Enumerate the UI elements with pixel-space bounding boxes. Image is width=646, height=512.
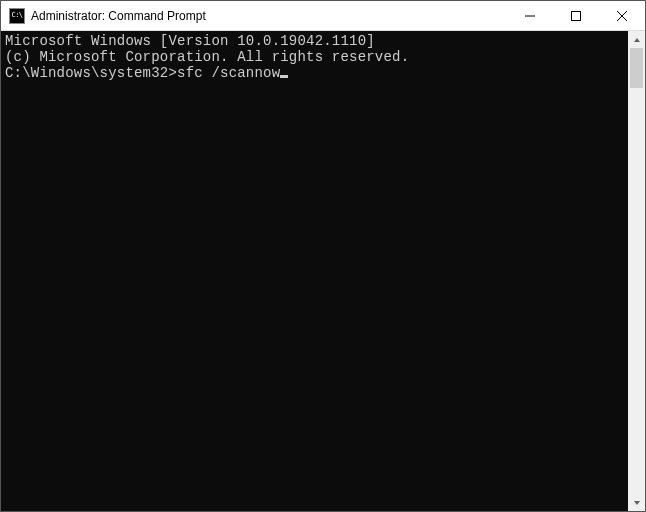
window-title: Administrator: Command Prompt xyxy=(31,9,206,23)
terminal-output[interactable]: Microsoft Windows [Version 10.0.19042.11… xyxy=(1,31,628,511)
chevron-down-icon xyxy=(633,499,641,507)
scroll-down-button[interactable] xyxy=(628,494,645,511)
minimize-button[interactable] xyxy=(507,1,553,30)
svg-rect-1 xyxy=(572,11,581,20)
app-icon-text: C:\ xyxy=(11,12,22,19)
window-controls xyxy=(507,1,645,30)
vertical-scrollbar[interactable] xyxy=(628,31,645,511)
scroll-up-button[interactable] xyxy=(628,31,645,48)
scrollbar-thumb[interactable] xyxy=(630,48,643,88)
prompt-line: C:\Windows\system32>sfc /scannow xyxy=(5,65,288,81)
command-prompt-window: C:\ Administrator: Command Prompt xyxy=(0,0,646,512)
command-input[interactable]: sfc /scannow xyxy=(177,65,280,81)
svg-marker-4 xyxy=(634,38,640,42)
prompt-path: C:\Windows\system32> xyxy=(5,65,177,81)
maximize-button[interactable] xyxy=(553,1,599,30)
close-icon xyxy=(617,11,627,21)
titlebar[interactable]: C:\ Administrator: Command Prompt xyxy=(1,1,645,31)
minimize-icon xyxy=(525,11,535,21)
svg-marker-5 xyxy=(634,501,640,505)
app-icon: C:\ xyxy=(9,8,25,24)
output-line: Microsoft Windows [Version 10.0.19042.11… xyxy=(5,33,628,49)
scrollbar-track[interactable] xyxy=(628,48,645,494)
chevron-up-icon xyxy=(633,36,641,44)
close-button[interactable] xyxy=(599,1,645,30)
content-area: Microsoft Windows [Version 10.0.19042.11… xyxy=(1,31,645,511)
output-line: (c) Microsoft Corporation. All rights re… xyxy=(5,49,628,65)
maximize-icon xyxy=(571,11,581,21)
text-cursor xyxy=(280,75,288,78)
